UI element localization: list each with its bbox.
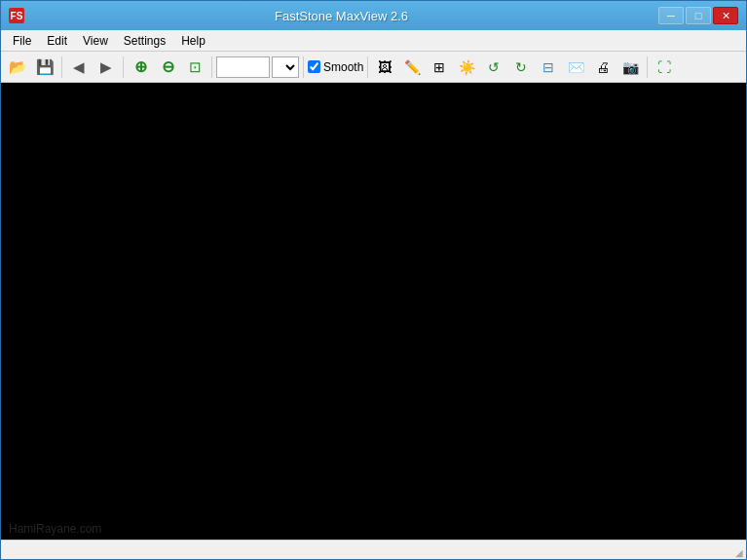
fit-button[interactable]: ⊡ [182,55,207,80]
print-button[interactable]: 🖨 [590,55,616,80]
smooth-text: Smooth [323,60,363,74]
menu-edit[interactable]: Edit [39,32,75,50]
multi-button[interactable]: ⊞ [427,55,452,80]
window-title: FastStone MaxView 2.6 [24,9,658,23]
zoom-in-button[interactable]: ⊕ [128,55,153,80]
rotate-cw-button[interactable]: ↻ [508,55,534,80]
window-controls: ─ □ ✕ [658,7,738,24]
toolbar: 📂 💾 ◀ ▶ ⊕ ⊖ ⊡ [1,52,746,83]
camera-icon: 📷 [622,59,639,75]
back-icon: ◀ [73,58,85,76]
zoom-out-icon: ⊖ [162,57,174,76]
forward-button[interactable]: ▶ [93,55,119,80]
main-window: FS FastStone MaxView 2.6 ─ □ ✕ File Edit… [0,0,747,560]
enhance-button[interactable]: 🖼 [372,55,397,80]
title-bar: FS FastStone MaxView 2.6 ─ □ ✕ [1,1,746,30]
separator-6 [647,56,648,78]
zoom-in-icon: ⊕ [134,57,147,76]
watermark: HamiRayane.com [9,522,101,536]
crop-button[interactable]: ⊟ [536,55,561,80]
separator-1 [61,56,62,78]
camera-button[interactable]: 📷 [617,55,643,80]
fit-icon: ⊡ [189,58,202,76]
menu-bar: File Edit View Settings Help [1,30,746,52]
separator-5 [367,56,368,78]
enhance-icon: 🖼 [378,59,392,75]
sun-button[interactable]: ☀️ [454,55,479,80]
zoom-select[interactable] [272,56,299,78]
email-button[interactable]: ✉️ [563,55,588,80]
print-icon: 🖨 [596,59,610,75]
separator-2 [123,56,124,78]
close-button[interactable]: ✕ [713,7,738,24]
menu-view[interactable]: View [75,32,116,50]
content-area: HamiRayane.com [1,83,746,540]
crop-icon: ⊟ [542,59,554,75]
zoom-input[interactable] [216,56,270,78]
status-bar: ◢ [1,540,746,559]
save-icon: 💾 [36,58,55,76]
fullscreen-icon: ⛶ [657,59,671,75]
resize-handle-icon: ◢ [735,547,743,558]
minimize-button[interactable]: ─ [658,7,684,24]
rotate-ccw-icon: ↺ [488,59,500,75]
smooth-checkbox[interactable] [308,60,320,73]
menu-file[interactable]: File [5,32,39,50]
rotate-ccw-button[interactable]: ↺ [481,55,506,80]
sun-icon: ☀️ [459,59,475,75]
separator-3 [211,56,212,78]
maximize-button[interactable]: □ [686,7,711,24]
fullscreen-button[interactable]: ⛶ [652,55,677,80]
edit-button[interactable]: ✏️ [399,55,425,80]
edit-icon: ✏️ [404,59,421,75]
smooth-label[interactable]: Smooth [308,60,363,74]
app-icon: FS [9,8,24,23]
separator-4 [303,56,304,78]
zoom-out-button[interactable]: ⊖ [155,55,180,80]
save-button[interactable]: 💾 [32,55,57,80]
menu-settings[interactable]: Settings [116,32,173,50]
back-button[interactable]: ◀ [66,55,92,80]
menu-help[interactable]: Help [173,32,213,50]
email-icon: ✉️ [568,59,584,75]
rotate-cw-icon: ↻ [515,59,527,75]
forward-icon: ▶ [100,58,112,76]
open-folder-button[interactable]: 📂 [5,55,30,80]
open-folder-icon: 📂 [9,58,27,76]
multi-icon: ⊞ [433,59,445,75]
